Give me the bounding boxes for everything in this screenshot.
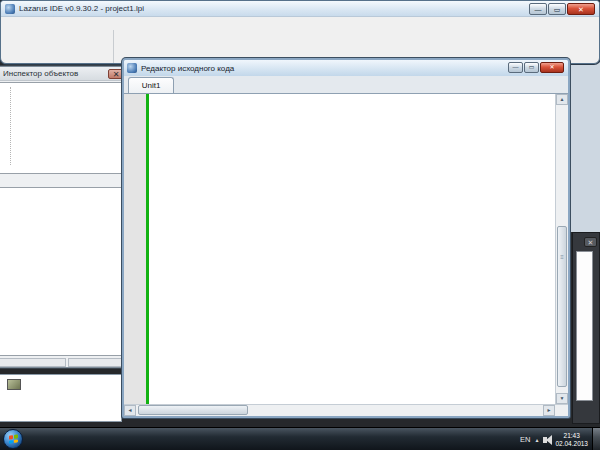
system-tray: EN ▴ 21:43 02.04.2013 — [520, 428, 588, 450]
editor-titlebar[interactable]: Редактор исходного кода — ▭ ✕ — [124, 60, 568, 76]
inspector-tabs — [0, 174, 127, 187]
scroll-down-icon[interactable]: ▼ — [556, 393, 568, 404]
form-designer-window[interactable] — [0, 374, 122, 422]
minimize-icon[interactable]: — — [529, 3, 547, 15]
maximize-icon[interactable]: ▭ — [524, 62, 539, 73]
volume-icon[interactable] — [543, 437, 547, 443]
horizontal-scrollbar[interactable]: ◄ ► — [124, 404, 568, 416]
scroll-up-icon[interactable]: ▲ — [556, 94, 568, 105]
windows-flag-icon — [9, 434, 18, 443]
show-desktop-button[interactable] — [592, 428, 600, 450]
language-indicator[interactable]: EN — [520, 435, 530, 444]
source-editor-window: Редактор исходного кода — ▭ ✕ Unit1 ▲ ≡ … — [122, 58, 570, 418]
taskbar: EN ▴ 21:43 02.04.2013 — [0, 427, 600, 450]
close-icon[interactable]: ✕ — [540, 62, 564, 73]
main-window-title: Lazarus IDE v0.9.30.2 - project1.lpi — [19, 4, 144, 13]
inspector-status — [0, 358, 125, 367]
close-icon[interactable]: ✕ — [584, 237, 597, 247]
editor-tab-bar: Unit1 — [124, 76, 568, 94]
minimize-icon[interactable]: — — [508, 62, 523, 73]
palette-tabs — [114, 30, 596, 45]
scrollbar-thumb[interactable] — [138, 405, 248, 415]
scrollbar-thumb[interactable]: ≡ — [557, 226, 567, 387]
scroll-right-icon[interactable]: ► — [543, 405, 555, 416]
lazarus-app-icon — [5, 4, 15, 14]
object-inspector-titlebar[interactable]: Инспектор объектов ✕ — [0, 67, 127, 81]
image-icon — [7, 379, 21, 390]
close-icon[interactable]: ✕ — [567, 3, 595, 15]
code-editor[interactable] — [124, 94, 555, 404]
hidden-icons-arrow[interactable]: ▴ — [535, 436, 538, 443]
background-window-edge — [570, 58, 600, 232]
maximize-icon[interactable]: ▭ — [548, 3, 566, 15]
tab-unit1[interactable]: Unit1 — [128, 77, 174, 93]
editor-title: Редактор исходного кода — [141, 64, 234, 73]
vertical-scrollbar[interactable]: ▲ ≡ ▼ — [555, 94, 568, 404]
background-dark-window: ✕ — [572, 232, 600, 424]
speed-buttons-row1 — [3, 30, 113, 46]
menu-bar — [1, 17, 599, 30]
property-grid — [0, 187, 125, 356]
object-inspector-window: Инспектор объектов ✕ — [0, 66, 128, 368]
scrollbar-corner — [555, 405, 568, 416]
lazarus-app-icon — [127, 63, 137, 73]
lazarus-main-window: Lazarus IDE v0.9.30.2 - project1.lpi — ▭… — [0, 0, 600, 64]
background-window-list — [576, 251, 593, 401]
clock[interactable]: 21:43 02.04.2013 — [555, 432, 588, 448]
start-button[interactable] — [3, 429, 23, 449]
object-inspector-title: Инспектор объектов — [3, 69, 78, 78]
component-tree — [0, 82, 125, 174]
scroll-left-icon[interactable]: ◄ — [124, 405, 136, 416]
speed-buttons-row2 — [3, 46, 113, 62]
main-titlebar[interactable]: Lazarus IDE v0.9.30.2 - project1.lpi — ▭… — [1, 1, 599, 17]
